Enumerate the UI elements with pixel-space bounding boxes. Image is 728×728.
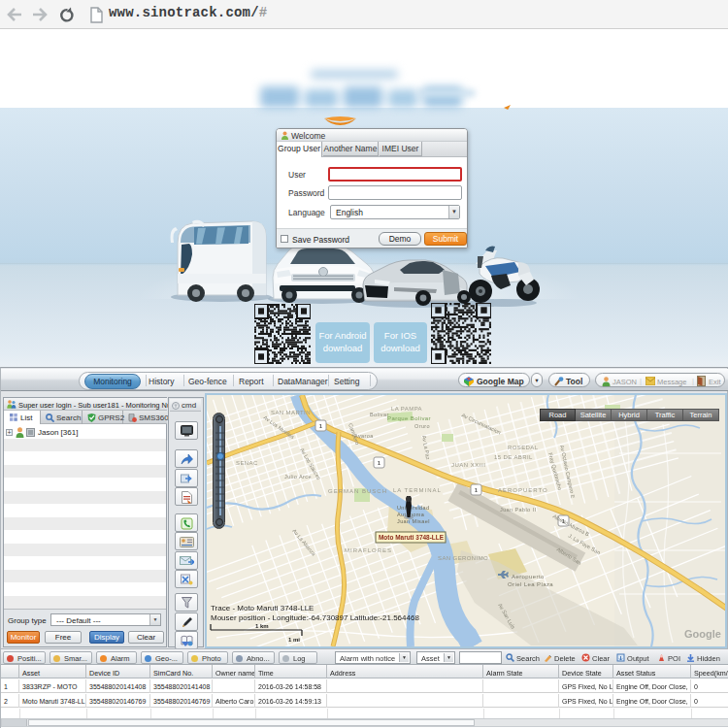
svg-text:JUAN XXIII: JUAN XXIII xyxy=(451,462,485,468)
svg-text:Trace - Moto Maruti 3748-LLE: Trace - Moto Maruti 3748-LLE xyxy=(211,604,314,612)
svg-text:ROSEDAL: ROSEDAL xyxy=(508,445,539,450)
svg-text:Universidad: Universidad xyxy=(397,505,429,511)
svg-text:Juan Pablo II: Juan Pablo II xyxy=(500,507,536,513)
svg-text:Bolivar: Bolivar xyxy=(370,412,389,417)
svg-text:LA TERMINAL: LA TERMINAL xyxy=(393,487,442,493)
svg-text:MIRAFLORES: MIRAFLORES xyxy=(345,547,392,553)
svg-text:1 km: 1 km xyxy=(255,623,269,629)
svg-text:AEROPUERTO: AEROPUERTO xyxy=(498,487,548,493)
svg-text:SAN MARTIN: SAN MARTIN xyxy=(271,410,311,415)
svg-text:LA PAMPA: LA PAMPA xyxy=(391,406,422,412)
svg-text:Julio Arce: Julio Arce xyxy=(284,474,312,480)
svg-text:15 DE ABRIL: 15 DE ABRIL xyxy=(494,454,533,460)
svg-text:Aeropuerto: Aeropuerto xyxy=(512,574,545,579)
svg-text:Juan Misael: Juan Misael xyxy=(397,518,430,524)
svg-text:SENAC: SENAC xyxy=(236,460,258,466)
svg-text:Mouser position - Longitude:-6: Mouser position - Longitude:-64.730897 L… xyxy=(211,613,419,622)
svg-text:Moto Maruti 3748-LLE: Moto Maruti 3748-LLE xyxy=(379,534,445,541)
svg-text:Parque Bolivar: Parque Bolivar xyxy=(387,415,431,421)
svg-text:SAN GERONIMO: SAN GERONIMO xyxy=(438,555,488,561)
svg-text:Oruro: Oruro xyxy=(414,423,430,429)
svg-text:GERMAN BUSCH: GERMAN BUSCH xyxy=(328,488,387,494)
svg-text:Oriel Lea Plaza: Oriel Lea Plaza xyxy=(508,581,553,587)
svg-text:Google: Google xyxy=(684,628,721,640)
svg-text:1 mi: 1 mi xyxy=(288,637,300,643)
